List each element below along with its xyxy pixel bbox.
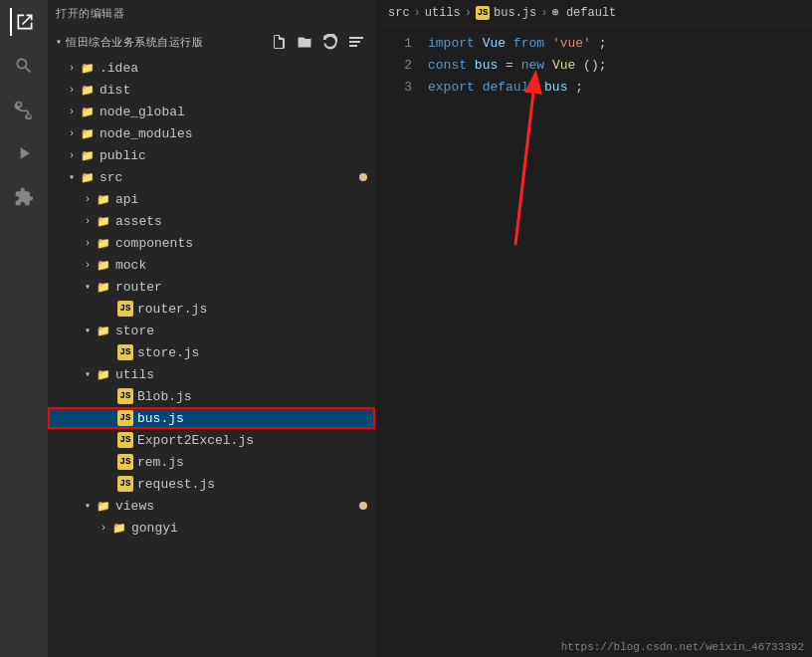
code-line-2: 2 const bus = new Vue (); bbox=[376, 58, 812, 80]
project-name-label: 恒田综合业务系统自运行版 bbox=[66, 35, 203, 50]
folder-icon-dist: 📁 bbox=[80, 82, 96, 98]
tree-label-router: router bbox=[115, 280, 162, 295]
folder-icon-store: 📁 bbox=[96, 323, 111, 338]
code-line-3: 3 export default bus ; bbox=[376, 80, 812, 102]
tree-item-bus-js[interactable]: JS bus.js bbox=[48, 407, 375, 429]
file-tree: 📁 .idea 📁 dist 📁 node_global 📁 node_modu… bbox=[48, 57, 375, 657]
tree-item-views[interactable]: 📁 views bbox=[48, 495, 375, 517]
chevron-public bbox=[64, 150, 80, 161]
chevron-node-global bbox=[64, 107, 80, 117]
activity-icon-search[interactable] bbox=[10, 52, 38, 80]
tree-label-blob-js: Blob.js bbox=[137, 389, 192, 404]
activity-icon-run[interactable] bbox=[10, 139, 38, 167]
tree-label-request-js: request.js bbox=[137, 477, 215, 492]
folder-icon-gongyi: 📁 bbox=[111, 520, 127, 536]
token-Vue-fn: Vue bbox=[552, 58, 575, 73]
folder-icon-node-global: 📁 bbox=[80, 104, 96, 119]
refresh-button[interactable] bbox=[319, 31, 341, 53]
editor-area: src › utils › JS bus.js › ⊛ default 1 im… bbox=[376, 0, 812, 657]
js-icon-bus: JS bbox=[117, 410, 133, 426]
chevron-store bbox=[80, 325, 96, 336]
tree-label-export2excel-js: Export2Excel.js bbox=[137, 433, 254, 448]
token-import: import bbox=[428, 36, 475, 51]
token-parens: (); bbox=[583, 58, 606, 73]
tree-label-rem-js: rem.js bbox=[137, 455, 184, 470]
tree-label-src: src bbox=[100, 170, 122, 185]
chevron-idea bbox=[64, 63, 80, 74]
breadcrumb-sep-2: › bbox=[465, 6, 472, 20]
token-Vue: Vue bbox=[483, 36, 506, 51]
project-expand-arrow: ▾ bbox=[56, 36, 62, 48]
new-folder-button[interactable] bbox=[294, 31, 315, 53]
tree-item-request-js[interactable]: JS request.js bbox=[48, 473, 375, 495]
tree-item-store[interactable]: 📁 store bbox=[48, 320, 375, 341]
folder-icon-src: 📁 bbox=[80, 169, 96, 185]
new-file-button[interactable] bbox=[268, 31, 290, 53]
tree-item-components[interactable]: 📁 components bbox=[48, 232, 375, 254]
tree-label-router-js: router.js bbox=[137, 302, 207, 317]
token-bus2: bus bbox=[544, 80, 567, 95]
breadcrumb-default: ⊛ default bbox=[551, 5, 616, 20]
tree-label-views: views bbox=[115, 499, 154, 514]
tree-item-idea[interactable]: 📁 .idea bbox=[48, 57, 375, 79]
tree-item-gongyi[interactable]: 📁 gongyi bbox=[48, 517, 375, 539]
code-text-2: const bus = new Vue (); bbox=[428, 58, 607, 73]
tree-item-assets[interactable]: 📁 assets bbox=[48, 210, 375, 232]
activity-bar bbox=[0, 0, 48, 657]
chevron-router bbox=[80, 281, 96, 293]
token-const: const bbox=[428, 58, 467, 73]
open-editors-header: 打开的编辑器 bbox=[48, 0, 375, 27]
token-from: from bbox=[513, 36, 544, 51]
tree-item-mock[interactable]: 📁 mock bbox=[48, 254, 375, 276]
folder-icon-node-modules: 📁 bbox=[80, 125, 96, 141]
tree-label-idea: .idea bbox=[100, 61, 138, 76]
tree-item-public[interactable]: 📁 public bbox=[48, 144, 375, 166]
tree-label-public: public bbox=[100, 148, 146, 163]
tree-item-router[interactable]: 📁 router bbox=[48, 276, 375, 298]
tree-item-blob-js[interactable]: JS Blob.js bbox=[48, 385, 375, 407]
tree-item-rem-js[interactable]: JS rem.js bbox=[48, 451, 375, 473]
chevron-utils bbox=[80, 368, 96, 380]
editor-breadcrumb: src › utils › JS bus.js › ⊛ default bbox=[376, 0, 812, 26]
tree-item-node-modules[interactable]: 📁 node_modules bbox=[48, 122, 375, 144]
chevron-gongyi bbox=[96, 523, 111, 534]
token-export: export bbox=[428, 80, 475, 95]
breadcrumb-busjs: bus.js bbox=[494, 6, 536, 20]
activity-icon-extensions[interactable] bbox=[10, 183, 38, 211]
tree-label-bus-js: bus.js bbox=[137, 411, 184, 426]
token-new: new bbox=[521, 58, 544, 73]
tree-item-export2excel-js[interactable]: JS Export2Excel.js bbox=[48, 429, 375, 451]
js-icon-rem: JS bbox=[117, 454, 133, 470]
token-bus: bus bbox=[475, 58, 498, 73]
breadcrumb-js-icon: JS bbox=[476, 6, 490, 20]
tree-item-dist[interactable]: 📁 dist bbox=[48, 79, 375, 101]
code-text-3: export default bus ; bbox=[428, 80, 583, 95]
tree-item-node-global[interactable]: 📁 node_global bbox=[48, 101, 375, 122]
code-text-1: import Vue from 'vue' ; bbox=[428, 36, 607, 51]
folder-icon-assets: 📁 bbox=[96, 213, 111, 229]
tree-label-api: api bbox=[115, 192, 138, 207]
src-dot-indicator bbox=[359, 173, 367, 181]
line-number-2: 2 bbox=[392, 58, 428, 73]
chevron-src bbox=[64, 171, 80, 183]
chevron-mock bbox=[80, 260, 96, 271]
tree-item-router-js[interactable]: JS router.js bbox=[48, 298, 375, 320]
tree-item-api[interactable]: 📁 api bbox=[48, 188, 375, 210]
collapse-all-button[interactable] bbox=[345, 31, 367, 53]
chevron-assets bbox=[80, 216, 96, 227]
chevron-api bbox=[80, 194, 96, 205]
folder-icon-idea: 📁 bbox=[80, 60, 96, 76]
folder-icon-utils: 📁 bbox=[96, 366, 111, 382]
js-icon-blob: JS bbox=[117, 388, 133, 404]
activity-icon-explorer[interactable] bbox=[10, 8, 38, 36]
tree-label-dist: dist bbox=[100, 83, 130, 98]
sidebar: 打开的编辑器 ▾ 恒田综合业务系统自运行版 📁 . bbox=[48, 0, 376, 657]
activity-icon-source-control[interactable] bbox=[10, 96, 38, 123]
tree-label-components: components bbox=[115, 236, 193, 251]
folder-icon-api: 📁 bbox=[96, 191, 111, 207]
tree-item-store-js[interactable]: JS store.js bbox=[48, 341, 375, 363]
breadcrumb-src: src bbox=[388, 6, 410, 20]
tree-item-utils[interactable]: 📁 utils bbox=[48, 363, 375, 385]
tree-label-node-global: node_global bbox=[100, 105, 185, 119]
tree-item-src[interactable]: 📁 src bbox=[48, 166, 375, 188]
